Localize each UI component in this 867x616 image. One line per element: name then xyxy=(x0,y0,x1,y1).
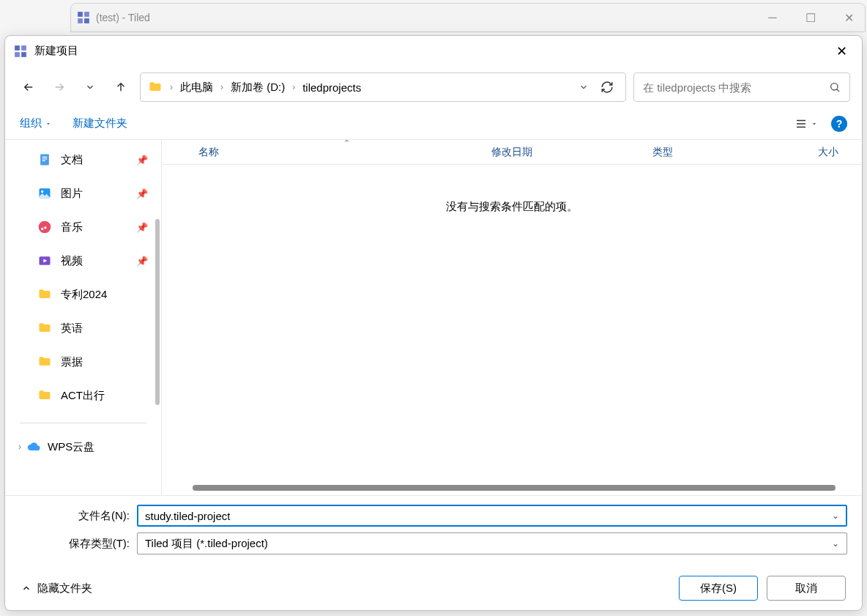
folder-icon xyxy=(148,80,163,94)
view-mode-button[interactable] xyxy=(795,117,818,130)
sidebar-item-folder[interactable]: 票据 xyxy=(5,345,161,379)
cloud-icon xyxy=(27,439,42,454)
breadcrumb-item[interactable]: 新加卷 (D:) xyxy=(231,81,285,94)
video-icon xyxy=(37,253,53,268)
new-folder-button[interactable]: 新建文件夹 xyxy=(72,116,127,130)
column-header-type[interactable]: 类型 xyxy=(644,146,783,159)
svg-rect-4 xyxy=(15,45,20,51)
tiled-app-icon xyxy=(14,45,27,58)
picture-icon xyxy=(37,186,53,201)
filetype-value: Tiled 项目 (*.tiled-project) xyxy=(145,537,832,551)
music-icon xyxy=(37,220,53,234)
svg-rect-10 xyxy=(42,157,48,157)
pin-icon: 📌 xyxy=(136,188,148,199)
search-box[interactable] xyxy=(633,73,850,102)
back-button[interactable] xyxy=(17,75,40,99)
filename-input[interactable] xyxy=(145,510,832,522)
folder-icon xyxy=(37,287,53,302)
recent-dropdown-button[interactable] xyxy=(78,75,102,99)
address-dropdown-button[interactable] xyxy=(578,82,589,92)
sidebar-item-documents[interactable]: 文档 📌 xyxy=(5,143,161,177)
column-header-size[interactable]: 大小 xyxy=(783,146,862,159)
new-project-dialog: 新建项目 ✕ › 此电脑 › 新加卷 (D:) › tiledprojects xyxy=(4,35,863,611)
chevron-down-icon[interactable]: ⌄ xyxy=(832,511,839,521)
svg-rect-9 xyxy=(40,155,49,166)
chevron-right-icon: › xyxy=(220,82,223,92)
column-header-date[interactable]: 修改日期 xyxy=(483,146,644,159)
filename-label: 文件名(N): xyxy=(20,509,137,523)
svg-rect-6 xyxy=(15,52,20,57)
minimize-button[interactable]: ─ xyxy=(762,11,783,25)
folder-icon xyxy=(37,355,53,369)
pin-icon: 📌 xyxy=(136,155,148,166)
horizontal-scrollbar[interactable] xyxy=(193,485,836,491)
dialog-footer: 隐藏文件夹 保存(S) 取消 xyxy=(5,566,862,610)
sidebar-scrollbar[interactable] xyxy=(155,219,160,405)
svg-rect-5 xyxy=(21,45,26,51)
parent-window-title: (test) - Tiled xyxy=(96,12,762,23)
sidebar-item-folder[interactable]: 英语 xyxy=(5,311,161,345)
filetype-field[interactable]: Tiled 项目 (*.tiled-project) ⌄ xyxy=(137,532,847,554)
folder-icon xyxy=(37,321,53,335)
chevron-right-icon: › xyxy=(18,442,21,452)
cancel-button[interactable]: 取消 xyxy=(767,576,846,601)
breadcrumb-item[interactable]: tiledprojects xyxy=(302,81,361,94)
column-headers: ⌃ 名称 修改日期 类型 大小 xyxy=(162,140,862,165)
sidebar: 文档 📌 图片 📌 音乐 📌 视频 📌 专利2024 xyxy=(5,140,162,495)
svg-rect-3 xyxy=(84,18,89,23)
pin-icon: 📌 xyxy=(136,222,148,233)
sidebar-item-folder[interactable]: 专利2024 xyxy=(5,278,161,311)
sidebar-item-pictures[interactable]: 图片 📌 xyxy=(5,177,161,210)
search-icon xyxy=(829,81,841,93)
parent-window-controls: ─ ☐ ✕ xyxy=(762,11,859,25)
svg-point-14 xyxy=(41,190,43,193)
pin-icon: 📌 xyxy=(136,256,148,267)
up-button[interactable] xyxy=(109,75,133,99)
file-input-section: 文件名(N): ⌄ 保存类型(T): Tiled 项目 (*.tiled-pro… xyxy=(5,495,862,566)
svg-rect-7 xyxy=(21,52,26,57)
parent-window-titlebar: (test) - Tiled ─ ☐ ✕ xyxy=(70,3,866,32)
maximize-button[interactable]: ☐ xyxy=(800,11,821,25)
chevron-right-icon: › xyxy=(170,82,173,92)
save-button[interactable]: 保存(S) xyxy=(679,576,758,601)
tiled-app-icon xyxy=(77,11,90,24)
svg-rect-12 xyxy=(42,160,45,161)
svg-rect-0 xyxy=(78,12,83,17)
column-header-name[interactable]: 名称 xyxy=(162,146,483,159)
dialog-titlebar: 新建项目 ✕ xyxy=(5,36,862,67)
close-parent-button[interactable]: ✕ xyxy=(838,11,859,25)
sidebar-item-folder[interactable]: ACT出行 xyxy=(5,379,161,412)
sidebar-item-videos[interactable]: 视频 📌 xyxy=(5,244,161,278)
divider xyxy=(20,423,146,423)
refresh-button[interactable] xyxy=(596,81,618,94)
toolbar: 组织 新建文件夹 ? xyxy=(5,108,862,140)
dialog-title: 新建项目 xyxy=(34,44,830,58)
sidebar-item-music[interactable]: 音乐 📌 xyxy=(5,210,161,244)
sort-indicator-icon: ⌃ xyxy=(343,140,350,148)
filename-field[interactable]: ⌄ xyxy=(137,505,847,527)
hide-folders-toggle[interactable]: 隐藏文件夹 xyxy=(21,582,92,595)
folder-icon xyxy=(37,388,53,403)
svg-point-8 xyxy=(831,84,838,90)
forward-button[interactable] xyxy=(48,75,71,99)
nav-bar: › 此电脑 › 新加卷 (D:) › tiledprojects xyxy=(5,67,862,108)
breadcrumb-item[interactable]: 此电脑 xyxy=(180,81,213,94)
document-icon xyxy=(37,152,53,167)
close-dialog-button[interactable]: ✕ xyxy=(830,40,853,62)
filetype-label: 保存类型(T): xyxy=(20,537,137,551)
chevron-right-icon: › xyxy=(292,82,295,92)
chevron-down-icon[interactable]: ⌄ xyxy=(832,538,839,549)
svg-rect-2 xyxy=(78,18,83,23)
address-bar[interactable]: › 此电脑 › 新加卷 (D:) › tiledprojects xyxy=(140,73,626,102)
organize-button[interactable]: 组织 xyxy=(20,116,52,130)
help-button[interactable]: ? xyxy=(831,116,847,132)
svg-rect-11 xyxy=(42,158,48,159)
empty-folder-message: 没有与搜索条件匹配的项。 xyxy=(162,200,862,214)
search-input[interactable] xyxy=(643,81,829,94)
sidebar-item-wps-cloud[interactable]: › WPS云盘 xyxy=(5,434,161,460)
svg-rect-1 xyxy=(84,12,89,17)
file-list-pane: ⌃ 名称 修改日期 类型 大小 没有与搜索条件匹配的项。 xyxy=(162,140,862,495)
